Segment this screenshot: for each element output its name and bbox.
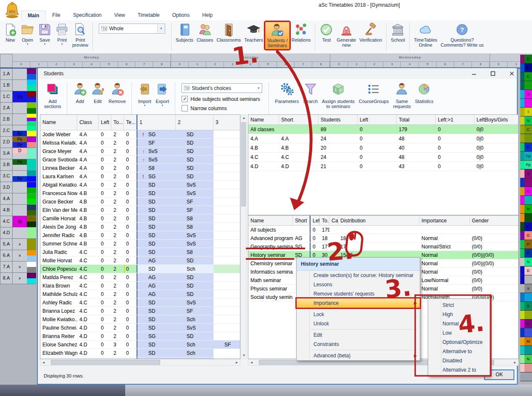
ribbon-button-classes[interactable]: Classes [195, 22, 214, 43]
hide-subjects-checkbox[interactable]: ✓Hide subjects without seminars [182, 96, 262, 102]
class-cell[interactable] [13, 80, 27, 91]
lesson-card[interactable] [13, 125, 27, 131]
submenu-item-normal[interactable]: Normal [428, 319, 490, 328]
student-row[interactable]: Camille Horvat4.B020SDS8 [40, 214, 240, 223]
column-header-distribution[interactable]: Distribution [338, 216, 419, 225]
dropdown-arrow-icon[interactable]: ▾ [44, 42, 46, 45]
class-label[interactable]: 8.A [0, 273, 13, 284]
subject-row[interactable]: Geography seminarSG01717Normal/Strict(0/… [248, 243, 518, 251]
student-row[interactable]: Abigail Kwiatko...4.A020SDSvS [40, 181, 240, 189]
class-cell[interactable] [13, 227, 27, 239]
student-row[interactable]: Mathilde Schulz4.C020AGSD [40, 290, 240, 298]
student-row[interactable]: Ashley Radic4.C020SDSvS [40, 298, 240, 307]
class-cell[interactable]: St [13, 216, 27, 227]
lesson-card[interactable]: Pe [13, 142, 27, 148]
column-header-ca[interactable]: Ca... [329, 216, 338, 225]
scroll-left-icon[interactable]: ◄ [40, 359, 47, 366]
ribbon-button-timetables-online[interactable]: TimeTables Online [413, 22, 439, 48]
class-cell[interactable]: × [13, 239, 27, 250]
submenu-item-strict[interactable]: Strict [428, 301, 490, 310]
student-row[interactable]: Eloise Sanchez4.D030SDSchSF [40, 341, 240, 349]
menu-tab-main[interactable]: Main [21, 11, 46, 20]
class-label[interactable]: 2.C [0, 125, 13, 137]
student-row[interactable]: Linnea Becker4.A020S8SD [40, 164, 240, 172]
students-vscrollbar[interactable]: ▲ ▼ [240, 114, 247, 359]
assign-students-to-seminars-button[interactable]: Assign students to seminars [322, 82, 355, 109]
ribbon-button-questions-comments-write-us[interactable]: Questions? Comments? Write us [440, 22, 485, 48]
student-row[interactable]: Francesca Now...4.B020SDSvS [40, 189, 240, 198]
class-cell[interactable]: Bp [13, 125, 27, 137]
class-cell[interactable]: Pe [13, 159, 27, 171]
column-header-3[interactable]: 3 [213, 115, 240, 130]
column-header-short[interactable]: Short [279, 115, 319, 124]
class-label[interactable]: 7.A [0, 261, 13, 273]
app-logo-icon[interactable] [3, 0, 21, 20]
chevron-down-icon[interactable]: ▾ [157, 24, 165, 33]
class-summary-row[interactable]: 4.C4.C2404800|0 [248, 153, 518, 162]
menu-tab-view[interactable]: View [108, 11, 132, 20]
coursegroups-button[interactable]: CourseGroups [359, 82, 389, 104]
menu-item-edit[interactable]: Edit [297, 330, 420, 340]
submenu-item-alternative-2-to[interactable]: Alternative 2 to [428, 365, 490, 375]
column-header-name[interactable]: Name [248, 216, 293, 225]
lesson-card[interactable]: Es [13, 91, 27, 102]
class-label[interactable]: 2.B [0, 114, 13, 125]
column-header-total[interactable]: Total [397, 115, 436, 124]
column-header-name[interactable]: Name [248, 115, 279, 124]
class-cell[interactable]: × [13, 250, 27, 261]
statistics-button[interactable]: Statistics [415, 82, 433, 104]
add-sections-button[interactable]: Add sections [44, 82, 61, 109]
column-header-1[interactable]: 1 [137, 115, 176, 130]
student-row[interactable]: Mollie Kwiatko...4.D020SDSch [40, 315, 240, 324]
maximize-button[interactable] [486, 69, 500, 78]
scroll-right-icon[interactable]: ► [234, 359, 240, 366]
ribbon-button-print-preview[interactable]: Print preview [71, 22, 90, 48]
class-label[interactable]: 3.B [0, 159, 13, 171]
menu-tab-timetable[interactable]: Timetable [132, 11, 166, 20]
menu-item-create-section-s-for-course-history-seminar[interactable]: Create section(s) for course: History se… [297, 271, 420, 280]
menu-tab-specification[interactable]: Specification [67, 11, 108, 20]
lesson-card[interactable]: St [13, 216, 27, 227]
lesson-card[interactable]: Bp [13, 131, 27, 136]
ribbon-button-print[interactable]: Print▾ [54, 22, 70, 46]
ribbon-button-relations[interactable]: Relations [290, 22, 312, 43]
menu-item-advanced-beta[interactable]: Advanced (beta)▶ [297, 351, 420, 360]
lesson-card[interactable]: D [13, 148, 27, 153]
lesson-card[interactable]: Pe [13, 176, 27, 182]
student-row[interactable]: Elin Van der Meer4.B020SDSF [40, 206, 240, 214]
class-label[interactable]: 2.A [0, 103, 13, 114]
search-button[interactable]: Search [303, 82, 318, 104]
menu-tab-options[interactable]: Options [166, 11, 196, 20]
add-student-button[interactable]: Add [73, 82, 87, 104]
chevron-down-icon[interactable]: ▾ [255, 86, 262, 90]
student-row[interactable]: Matilda Perez4.C020AGSD [40, 273, 240, 282]
class-label[interactable]: 4.D [0, 227, 13, 239]
ribbon-button-open[interactable]: Open▾ [19, 22, 36, 46]
menu-item-importance[interactable]: Importance▶ [297, 298, 420, 308]
scroll-up-icon[interactable]: ▲ [241, 115, 247, 121]
student-row[interactable]: Chloe Popescu4.C020SDSch [40, 265, 240, 273]
student-row[interactable]: Brianna Reiter4.D020SGSD [40, 332, 240, 341]
menu-tab-help[interactable]: Help [196, 11, 219, 20]
student-row[interactable]: Melissa Kwiatk...4.A020SFSD [40, 139, 240, 147]
scroll-left-icon[interactable]: ◄ [248, 359, 255, 366]
dropdown-arrow-icon[interactable]: ▾ [27, 42, 29, 45]
class-cell[interactable]: × [13, 273, 27, 284]
dropdown-arrow-icon[interactable]: ▾ [61, 42, 63, 45]
class-label[interactable]: 5.A [0, 239, 13, 250]
menu-item-lock[interactable]: Lock [297, 310, 420, 319]
lesson-card[interactable] [13, 171, 27, 176]
lesson-card[interactable] [13, 165, 27, 170]
student-row[interactable]: Alexis De Jong4.B020SDS8 [40, 223, 240, 231]
class-cell[interactable] [13, 182, 27, 193]
class-cell[interactable]: × [13, 261, 27, 273]
lesson-card[interactable]: Pe [13, 159, 27, 165]
minimize-button[interactable] [467, 69, 481, 78]
class-cell[interactable] [13, 193, 27, 205]
same-requests-button[interactable]: Same requests [393, 82, 411, 109]
class-cell[interactable] [13, 205, 27, 216]
narrow-columns-checkbox[interactable]: Narrow columns [182, 105, 262, 111]
student-row[interactable]: Grace Meyer4.A020↑SvSSD [40, 147, 240, 156]
class-cell[interactable]: D [13, 148, 27, 159]
class-cell[interactable]: PePe [13, 137, 27, 148]
